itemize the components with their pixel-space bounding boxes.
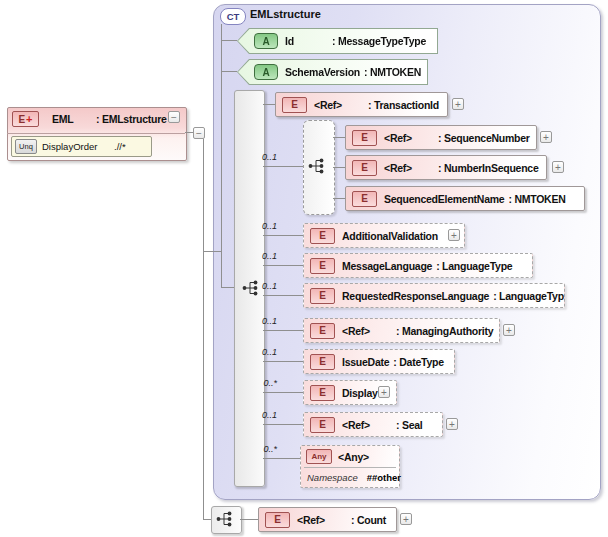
connector-line bbox=[263, 104, 275, 105]
unique-constraint[interactable]: Unq DisplayOrder .//* bbox=[11, 136, 152, 157]
element-managingauthority[interactable]: E <Ref> : ManagingAuthority bbox=[303, 318, 500, 343]
element-name: Display bbox=[342, 387, 378, 399]
connector-line bbox=[263, 235, 303, 236]
element-any[interactable]: Any <Any> Namespace ##other bbox=[300, 445, 400, 488]
schema-diagram: CT EMLstructure A Id : MessageTypeType A… bbox=[0, 0, 608, 537]
element-badge: E bbox=[310, 385, 335, 401]
attribute-type: : NMTOKEN bbox=[364, 66, 421, 78]
element-type: : NumberInSequence bbox=[438, 162, 539, 174]
element-seal[interactable]: E <Ref> : Seal bbox=[303, 412, 443, 437]
connector-line bbox=[263, 166, 303, 167]
element-type: : SequenceNumber bbox=[438, 132, 530, 144]
connector-line bbox=[333, 198, 345, 199]
connector-line bbox=[263, 265, 303, 266]
connector-line bbox=[240, 519, 258, 520]
expand-icon[interactable]: + bbox=[540, 131, 552, 143]
element-type: : LanguageType bbox=[493, 290, 565, 302]
element-type: : ManagingAuthority bbox=[396, 325, 493, 337]
connector-line bbox=[263, 361, 303, 362]
element-type: : Seal bbox=[396, 419, 423, 431]
element-requestedresponselanguage[interactable]: E RequestedResponseLanguage : LanguageTy… bbox=[303, 283, 565, 308]
expand-icon[interactable]: + bbox=[452, 98, 464, 110]
connector-line bbox=[204, 519, 211, 520]
element-type: : NMTOKEN bbox=[508, 193, 565, 205]
attribute-schemaversion[interactable]: A SchemaVersion : NMTOKEN bbox=[237, 59, 428, 85]
expand-icon[interactable]: + bbox=[448, 229, 460, 241]
connector-line bbox=[222, 71, 237, 72]
expand-icon[interactable]: + bbox=[446, 418, 458, 430]
attribute-type: : MessageTypeType bbox=[332, 35, 426, 47]
connector-line bbox=[263, 458, 300, 459]
namespace-label: Namespace bbox=[307, 472, 358, 483]
connector-line bbox=[263, 392, 303, 393]
element-type: : DateType bbox=[393, 356, 443, 368]
element-sequencedelementname[interactable]: E SequencedElementName : NMTOKEN bbox=[345, 186, 585, 211]
expand-icon[interactable]: + bbox=[503, 324, 515, 336]
element-name: <Ref> bbox=[384, 132, 438, 144]
element-badge: E bbox=[282, 97, 307, 113]
divider bbox=[7, 133, 185, 134]
element-badge: E bbox=[310, 258, 335, 274]
attribute-name: SchemaVersion bbox=[285, 66, 360, 78]
expand-icon[interactable]: + bbox=[400, 513, 412, 525]
element-name: <Ref> bbox=[384, 162, 438, 174]
occurrence-label: 0..1 bbox=[237, 152, 277, 162]
element-name: <Ref> bbox=[342, 419, 396, 431]
complex-type-badge: CT bbox=[220, 8, 246, 25]
element-type: : Count bbox=[351, 514, 386, 526]
sequence-compositor-icon bbox=[216, 510, 236, 528]
element-name: SequencedElementName bbox=[384, 193, 504, 205]
namespace-value: ##other bbox=[367, 472, 401, 483]
element-name: <Ref> bbox=[297, 514, 351, 526]
element-numberinsequence[interactable]: E <Ref> : NumberInSequence bbox=[345, 155, 547, 180]
occurrence-label: 0..1 bbox=[237, 410, 277, 420]
collapse-icon[interactable]: − bbox=[168, 111, 180, 123]
connector-line bbox=[263, 330, 303, 331]
sequence-compositor-icon bbox=[308, 157, 328, 175]
expand-icon[interactable]: + bbox=[378, 386, 390, 398]
attribute-name: Id bbox=[285, 35, 332, 47]
occurrence-label: 0..1 bbox=[237, 251, 277, 261]
element-badge: E bbox=[310, 323, 335, 339]
occurrence-label: 0..1 bbox=[237, 347, 277, 357]
connector-line bbox=[185, 132, 193, 133]
element-badge: E bbox=[310, 288, 335, 304]
connector-line bbox=[333, 167, 345, 168]
element-transactionid[interactable]: E <Ref> : TransactionId bbox=[275, 92, 448, 117]
element-name: RequestedResponseLanguage bbox=[342, 290, 489, 302]
collapse-icon[interactable]: − bbox=[193, 127, 205, 139]
complex-type-title: EMLstructure bbox=[250, 8, 321, 20]
element-issuedate[interactable]: E IssueDate : DateType bbox=[303, 349, 455, 374]
attribute-id[interactable]: A Id : MessageTypeType bbox=[237, 28, 438, 54]
element-name: EML bbox=[52, 113, 96, 125]
connector-line bbox=[263, 295, 303, 296]
occurrence-label: 0..1 bbox=[237, 221, 277, 231]
element-name: <Any> bbox=[338, 451, 369, 463]
expand-icon[interactable]: + bbox=[552, 161, 564, 173]
plus-glyph: + bbox=[26, 114, 32, 124]
element-additionalvalidation[interactable]: E AdditionalValidation bbox=[303, 223, 465, 248]
element-type: : EMLstructure bbox=[96, 113, 167, 125]
element-type: : LanguageType bbox=[436, 260, 512, 272]
element-name: <Ref> bbox=[314, 99, 368, 111]
connector-line bbox=[203, 251, 222, 252]
unique-badge: Unq bbox=[15, 139, 37, 154]
occurrence-label: 0..* bbox=[237, 378, 277, 388]
element-badge: E bbox=[310, 354, 335, 370]
element-eml-header: E+ EML : EMLstructure bbox=[12, 111, 167, 127]
constraint-selector: .//* bbox=[114, 141, 126, 152]
element-badge: E bbox=[310, 417, 335, 433]
global-element-badge: E+ bbox=[12, 111, 39, 127]
element-name: IssueDate bbox=[342, 356, 389, 368]
connector-line bbox=[263, 424, 303, 425]
element-messagelanguage[interactable]: E MessageLanguage : LanguageType bbox=[303, 253, 533, 278]
element-count[interactable]: E <Ref> : Count bbox=[258, 507, 397, 532]
element-name: <Ref> bbox=[342, 325, 396, 337]
element-badge: E bbox=[352, 130, 377, 146]
attribute-badge: A bbox=[254, 33, 278, 49]
constraint-name: DisplayOrder bbox=[42, 141, 114, 152]
connector-line bbox=[221, 24, 222, 288]
element-badge: E bbox=[310, 228, 335, 244]
element-sequencenumber[interactable]: E <Ref> : SequenceNumber bbox=[345, 125, 537, 150]
element-badge: E bbox=[352, 160, 377, 176]
